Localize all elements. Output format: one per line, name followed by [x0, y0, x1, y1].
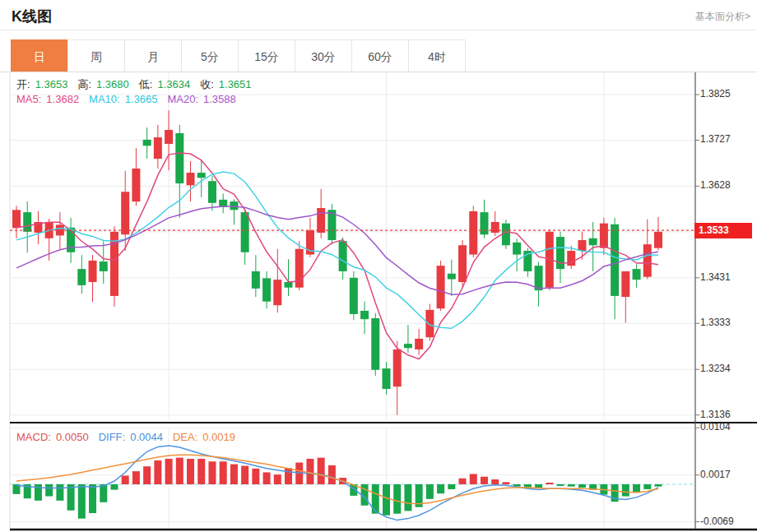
- legend-pair: 收:1.3651: [200, 77, 256, 92]
- legend-pair: MACD:0.0050: [16, 431, 94, 443]
- y-axis-label: 1.3333: [700, 317, 755, 328]
- y-axis-label: 1.3136: [700, 409, 755, 420]
- y-axis-label: 1.3727: [700, 133, 755, 145]
- legend-pair: MA20:1.3588: [167, 93, 240, 105]
- y-axis-label: 1.3431: [700, 271, 755, 283]
- legend-pair: 低:1.3634: [139, 77, 195, 92]
- y-axis-label: 1.3825: [700, 88, 755, 99]
- ohlc-row: 开:1.3653高:1.3680低:1.3634收:1.3651: [16, 77, 262, 92]
- legend-pair: 开:1.3653: [16, 77, 72, 92]
- y-axis-label: -0.0069: [700, 516, 755, 527]
- legend-pair: 高:1.3680: [77, 77, 133, 92]
- y-axis-label: 0.0017: [700, 469, 755, 480]
- y-axis-label: 0.0104: [700, 421, 755, 433]
- legend-pair: DIFF:0.0044: [99, 431, 168, 443]
- legend-pair: DEA:0.0019: [173, 431, 240, 443]
- legend-pair: MA10:1.3665: [89, 93, 162, 105]
- y-axis-label: 1.3628: [700, 179, 755, 191]
- ma-legend-row: MA5:1.3682MA10:1.3665MA20:1.3588: [16, 93, 246, 105]
- kline-page: K线图 基本面分析> 日周月5分15分30分60分4时 开:1.3653高:1.…: [0, 0, 757, 532]
- legend-pair: MA5:1.3682: [16, 93, 84, 105]
- macd-legend-row: MACD:0.0050DIFF:0.0044DEA:0.0019: [16, 431, 245, 443]
- current-price-badge: 1.3533: [694, 223, 752, 238]
- y-axis-label: 1.3234: [700, 363, 755, 374]
